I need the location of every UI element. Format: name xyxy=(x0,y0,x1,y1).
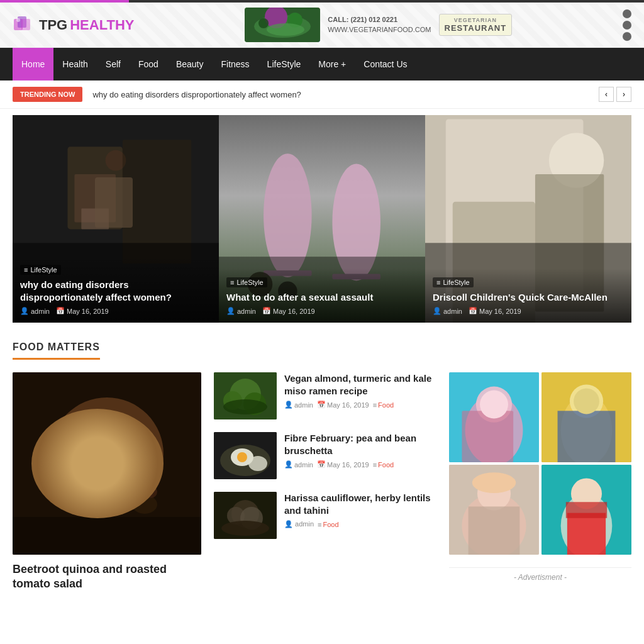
hero-card-1-content: ≡ LifeStyle why do eating disorders disp… xyxy=(13,256,219,323)
hero-card-2-meta: 👤 admin 📅 May 16, 2019 xyxy=(226,307,418,315)
trending-text: why do eating disorders disproportionate… xyxy=(92,90,599,99)
svg-rect-13 xyxy=(81,209,109,230)
trending-badge: TRENDING NOW xyxy=(13,87,82,102)
hero-card-2-content: ≡ LifeStyle What to do after a sexual as… xyxy=(219,269,425,323)
food-card-1-title: Vegan almond, turmeric and kale miso ram… xyxy=(284,372,436,397)
svg-point-50 xyxy=(237,452,247,462)
hero-card-3-title: Driscoll Children's Quick Care-McAllen xyxy=(433,291,624,304)
svg-point-61 xyxy=(480,391,508,419)
photo-1[interactable] xyxy=(449,372,539,462)
hero-card-2[interactable]: ≡ LifeStyle What to do after a sexual as… xyxy=(219,115,425,323)
svg-point-51 xyxy=(248,456,267,471)
nav-home[interactable]: Home xyxy=(13,48,53,80)
nav-beauty[interactable]: Beauty xyxy=(167,48,213,80)
website-label: WWW.VEGETARIANFOOD.COM xyxy=(328,25,431,35)
photo-4[interactable] xyxy=(541,465,631,555)
food-image xyxy=(245,8,320,42)
trending-prev[interactable]: ‹ xyxy=(599,87,614,102)
food-middle-cards: Vegan almond, turmeric and kale miso ram… xyxy=(214,372,436,592)
right-column: - Advertisment - xyxy=(449,372,631,592)
svg-rect-2 xyxy=(21,19,30,30)
svg-point-33 xyxy=(50,397,164,511)
svg-point-66 xyxy=(574,389,599,414)
svg-point-36 xyxy=(102,443,137,478)
food-small-card-3[interactable]: Harissa cauliflower, herby lentils and t… xyxy=(214,492,436,539)
svg-point-8 xyxy=(267,23,304,36)
trending-arrows: ‹ › xyxy=(599,87,631,102)
svg-point-34 xyxy=(69,416,145,492)
food-card-3-title: Harissa cauliflower, herby lentils and t… xyxy=(284,492,436,516)
svg-rect-12 xyxy=(74,174,116,223)
food-small-image-1 xyxy=(214,372,277,419)
svg-point-9 xyxy=(258,18,269,28)
social-icon-3[interactable] xyxy=(623,32,631,41)
svg-rect-65 xyxy=(558,411,616,462)
nav-fitness[interactable]: Fitness xyxy=(212,48,258,80)
food-small-card-2[interactable]: Fibre February: pea and bean bruschetta … xyxy=(214,432,436,479)
food-large-card[interactable]: Beetroot quinoa and roasted tomato salad xyxy=(13,372,201,592)
restaurant-logo: VEGETARIAN RESTAURANT xyxy=(439,14,513,36)
svg-point-37 xyxy=(53,487,85,509)
photo-2[interactable] xyxy=(541,372,631,462)
hero-card-1-title: why do eating disorders disproportionate… xyxy=(20,279,211,303)
nav-health[interactable]: Health xyxy=(53,48,96,80)
hero-grid: ≡ LifeStyle why do eating disorders disp… xyxy=(13,115,631,323)
trending-next[interactable]: › xyxy=(616,87,631,102)
trending-bar: TRENDING NOW why do eating disorders dis… xyxy=(0,80,644,109)
logo-healthy: HEALTHY xyxy=(70,17,134,33)
hero-card-3-content: ≡ LifeStyle Driscoll Children's Quick Ca… xyxy=(425,269,631,323)
svg-point-38 xyxy=(132,495,157,514)
food-card-2-meta: 👤 admin 📅 May 16, 2019 ≡ Food xyxy=(284,460,436,469)
food-matters-section: FOOD MATTERS Beetroot quinoa and roas xyxy=(0,329,644,592)
hero-card-2-category: ≡ LifeStyle xyxy=(226,277,267,287)
food-card-3-meta: 👤 admin ≡ Food xyxy=(284,520,436,528)
svg-rect-71 xyxy=(469,506,520,555)
social-icon-2[interactable] xyxy=(623,21,631,30)
food-card-2-title: Fibre February: pea and bean bruschetta xyxy=(284,432,436,457)
svg-point-40 xyxy=(145,486,157,498)
nav-self[interactable]: Self xyxy=(97,48,130,80)
logo-tpg: TPG xyxy=(39,17,67,33)
svg-point-70 xyxy=(472,472,516,493)
hero-card-1-date: 📅 May 16, 2019 xyxy=(56,307,109,315)
main-nav: Home Health Self Food Beauty Fitness Lif… xyxy=(0,48,644,80)
photo-3[interactable] xyxy=(449,465,539,555)
hero-card-3-category: ≡ LifeStyle xyxy=(433,277,474,287)
site-logo[interactable]: TPG HEALTHY xyxy=(13,14,135,36)
food-matters-title: FOOD MATTERS xyxy=(13,341,100,360)
svg-rect-60 xyxy=(462,411,513,462)
nav-food[interactable]: Food xyxy=(130,48,167,80)
hero-card-1-meta: 👤 admin 📅 May 16, 2019 xyxy=(20,307,211,315)
svg-rect-75 xyxy=(567,513,606,555)
food-small-image-3 xyxy=(214,492,277,539)
svg-point-35 xyxy=(72,426,116,470)
food-main-grid: Beetroot quinoa and roasted tomato salad… xyxy=(13,372,631,592)
social-icon-1[interactable] xyxy=(623,9,631,18)
site-header: TPG HEALTHY CALL: (221) 012 0221 WWW.VEG… xyxy=(0,3,644,48)
hero-card-2-title: What to do after a sexual assault xyxy=(226,291,418,304)
social-icons xyxy=(623,9,631,41)
logo-icon xyxy=(13,14,35,36)
svg-point-3 xyxy=(16,18,20,22)
hero-card-3[interactable]: ≡ LifeStyle Driscoll Children's Quick Ca… xyxy=(425,115,631,323)
food-small-image-2 xyxy=(214,432,277,479)
photo-grid xyxy=(449,372,631,555)
hero-card-1[interactable]: ≡ LifeStyle why do eating disorders disp… xyxy=(13,115,219,323)
food-card-3-info: Harissa cauliflower, herby lentils and t… xyxy=(284,492,436,528)
restaurant-sub: VEGETARIAN xyxy=(445,17,507,23)
nav-contact[interactable]: Contact Us xyxy=(355,48,416,80)
food-small-card-1[interactable]: Vegan almond, turmeric and kale miso ram… xyxy=(214,372,436,419)
hero-card-3-meta: 👤 admin 📅 May 16, 2019 xyxy=(433,307,624,315)
svg-rect-41 xyxy=(13,517,201,555)
food-large-image xyxy=(13,372,201,555)
header-center: CALL: (221) 012 0221 WWW.VEGETARIANFOOD.… xyxy=(245,8,512,42)
svg-point-39 xyxy=(55,478,70,493)
hero-card-1-category: ≡ LifeStyle xyxy=(20,265,61,275)
food-large-title: Beetroot quinoa and roasted tomato salad xyxy=(13,562,201,592)
nav-lifestyle[interactable]: LifeStyle xyxy=(258,48,310,80)
food-card-1-meta: 👤 admin 📅 May 16, 2019 ≡ Food xyxy=(284,401,436,409)
food-card-1-info: Vegan almond, turmeric and kale miso ram… xyxy=(284,372,436,409)
restaurant-label: RESTAURANT xyxy=(445,23,507,33)
nav-more[interactable]: More + xyxy=(309,48,355,80)
svg-point-56 xyxy=(221,521,269,536)
